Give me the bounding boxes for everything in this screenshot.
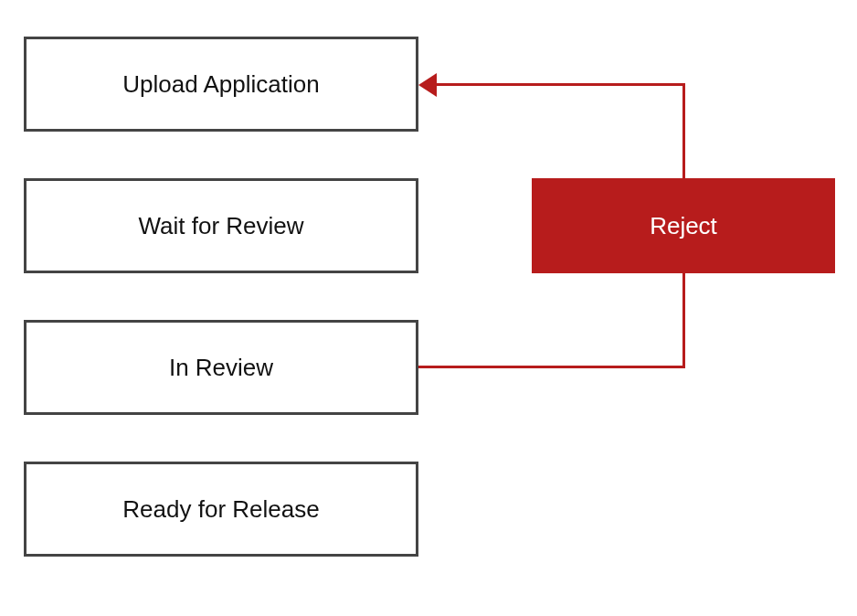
step-box-ready-for-release: Ready for Release [24, 462, 418, 557]
connector-inreview-to-trunk [418, 366, 685, 368]
step-box-in-review: In Review [24, 320, 418, 415]
decision-label: Reject [650, 212, 717, 240]
decision-box-reject: Reject [532, 178, 835, 273]
connector-trunk-to-upload [437, 83, 685, 86]
app-review-flow-diagram: Upload Application Wait for Review In Re… [0, 0, 857, 616]
arrowhead-to-upload-icon [418, 73, 437, 97]
step-label: Wait for Review [138, 212, 303, 240]
connector-reject-up [682, 83, 685, 178]
step-box-upload-application: Upload Application [24, 37, 418, 132]
step-box-wait-for-review: Wait for Review [24, 178, 418, 273]
connector-reject-down [682, 273, 685, 367]
step-label: Upload Application [122, 70, 319, 99]
step-label: In Review [169, 354, 273, 382]
step-label: Ready for Release [122, 495, 319, 524]
